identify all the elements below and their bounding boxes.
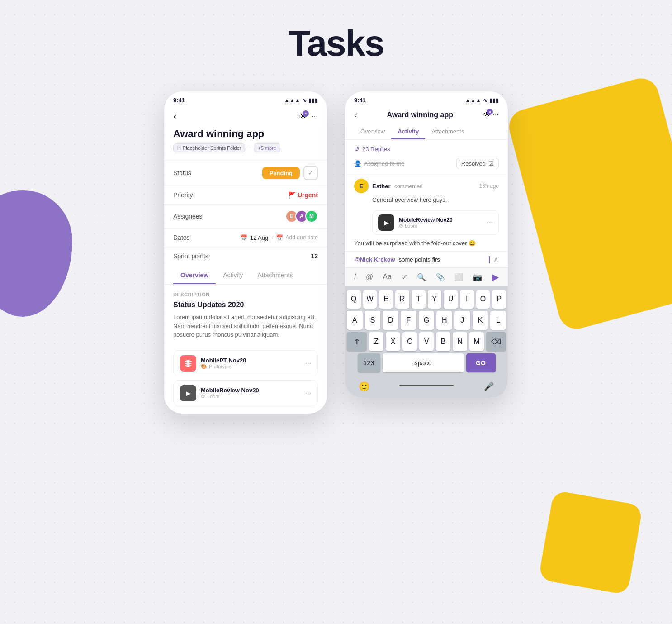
send-button[interactable]: ▶ xyxy=(492,272,499,282)
mic-button[interactable]: 🎤 xyxy=(481,378,497,395)
field-dates: Dates 📅 12 Aug - 📅 Add due date xyxy=(164,228,327,247)
toolbar-row: / @ Aa ✓ 🔍 📎 ⬜ 📷 ▶ xyxy=(345,267,508,286)
resolved-badge[interactable]: Resolved ☑ xyxy=(456,158,499,169)
key-U[interactable]: U xyxy=(444,290,458,309)
emoji-button[interactable]: 🙂 xyxy=(356,378,372,395)
menu-icon-2[interactable]: ··· xyxy=(493,111,499,119)
priority-value[interactable]: 🚩 Urgent xyxy=(288,191,318,199)
key-M[interactable]: M xyxy=(469,332,484,351)
esther-name: Esther xyxy=(372,183,390,190)
key-G[interactable]: G xyxy=(419,311,435,330)
key-F[interactable]: F xyxy=(401,311,416,330)
attachment-1-menu[interactable]: ··· xyxy=(305,359,311,367)
attachment-2-info: MobileReview Nov20 ⚙ Loom xyxy=(201,387,259,400)
key-go[interactable]: GO xyxy=(466,353,496,372)
search-icon[interactable]: 🔍 xyxy=(417,273,426,281)
at-icon[interactable]: @ xyxy=(366,273,373,281)
status-value: Pending ✓ xyxy=(262,166,318,180)
header-icons-2: 👁 4 ··· xyxy=(483,111,499,119)
key-E[interactable]: E xyxy=(379,290,393,309)
field-sprint: Sprint points 12 xyxy=(164,247,327,265)
key-N[interactable]: N xyxy=(453,332,467,351)
tab-activity-1[interactable]: Activity xyxy=(216,267,250,284)
attachment-1[interactable]: MobilePT Nov20 🎨 Prototype ··· xyxy=(173,350,318,376)
tab-activity-2[interactable]: Activity xyxy=(391,124,425,139)
eye-icon-wrap-1[interactable]: 👁 4 xyxy=(299,113,307,121)
key-X[interactable]: X xyxy=(386,332,400,351)
attach-icon[interactable]: 📎 xyxy=(436,273,445,281)
check-icon-resolved: ☑ xyxy=(488,160,494,167)
eye-badge-2: 4 xyxy=(487,109,493,115)
back-button-1[interactable]: ‹ xyxy=(173,111,176,123)
attachment-2-menu[interactable]: ··· xyxy=(305,389,311,397)
status-badge[interactable]: Pending xyxy=(262,167,300,179)
key-123[interactable]: 123 xyxy=(358,353,380,372)
dates-value[interactable]: 📅 12 Aug - 📅 Add due date xyxy=(240,234,318,241)
video-menu[interactable]: ··· xyxy=(487,219,493,227)
key-H[interactable]: H xyxy=(436,311,452,330)
key-W[interactable]: W xyxy=(363,290,377,309)
menu-icon-1[interactable]: ··· xyxy=(312,113,318,121)
key-L[interactable]: L xyxy=(490,311,506,330)
mention-text[interactable]: @Nick Krekow xyxy=(354,256,395,263)
field-assignees: Assignees E A M xyxy=(164,204,327,228)
check-icon[interactable]: ✓ xyxy=(402,273,407,281)
key-backspace[interactable]: ⌫ xyxy=(486,332,506,351)
eye-icon-wrap-2[interactable]: 👁 4 xyxy=(483,111,491,119)
key-B[interactable]: B xyxy=(436,332,450,351)
resolved-text: Resolved xyxy=(461,160,486,167)
attachment-2[interactable]: ▶ MobileReview Nov20 ⚙ Loom ··· xyxy=(173,380,318,406)
status-bar-2: 9:41 ▲▲▲ ∿ ▮▮▮ xyxy=(345,91,508,107)
assigned-text: Assigned to me xyxy=(364,160,405,167)
image-icon[interactable]: ⬜ xyxy=(454,273,464,281)
battery-icon: ▮▮▮ xyxy=(308,97,318,104)
slash-icon[interactable]: / xyxy=(354,273,356,281)
compose-input[interactable]: some points firs xyxy=(399,256,485,263)
key-Y[interactable]: Y xyxy=(428,290,442,309)
key-P[interactable]: P xyxy=(492,290,506,309)
description-section: Description Status Updates 2020 Lorem ip… xyxy=(164,285,327,347)
key-D[interactable]: D xyxy=(383,311,398,330)
key-V[interactable]: V xyxy=(419,332,434,351)
key-A[interactable]: A xyxy=(347,311,363,330)
phones-container: 9:41 ▲▲▲ ∿ ▮▮▮ ‹ 👁 4 ··· Award winning a… xyxy=(164,91,508,414)
check-button[interactable]: ✓ xyxy=(303,166,318,180)
camera-icon[interactable]: 📷 xyxy=(473,273,482,281)
compose-row: @Nick Krekow some points firs ∧ xyxy=(345,251,508,267)
video-card[interactable]: ▶ MobileReview Nov20 ⚙ Loom ··· xyxy=(372,210,499,235)
folder-tag[interactable]: in Placeholder Sprints Folder xyxy=(173,143,245,152)
tab-attachments-1[interactable]: Attachments xyxy=(251,267,300,284)
key-O[interactable]: O xyxy=(476,290,490,309)
back-button-2[interactable]: ‹ xyxy=(354,111,356,119)
tab-overview-2[interactable]: Overview xyxy=(354,124,391,139)
in-label: in xyxy=(177,146,181,151)
video-card-left: ▶ MobileReview Nov20 ⚙ Loom xyxy=(378,214,453,231)
battery-icon-2: ▮▮▮ xyxy=(489,97,499,104)
replies-row[interactable]: ↺ 23 Replies xyxy=(345,140,508,156)
key-R[interactable]: R xyxy=(395,290,409,309)
key-T[interactable]: T xyxy=(412,290,426,309)
key-space[interactable]: space xyxy=(383,353,464,372)
key-J[interactable]: J xyxy=(454,311,470,330)
key-S[interactable]: S xyxy=(365,311,381,330)
signal-icon-2: ▲▲▲ xyxy=(465,97,481,104)
key-Q[interactable]: Q xyxy=(347,290,361,309)
tab-attachments-2[interactable]: Attachments xyxy=(425,124,470,139)
key-shift[interactable]: ⇧ xyxy=(347,332,367,351)
comment-1-author: E Esther commented xyxy=(354,179,423,193)
key-K[interactable]: K xyxy=(473,311,488,330)
assignees-value[interactable]: E A M xyxy=(285,210,318,223)
attachment-2-name: MobileReview Nov20 xyxy=(201,387,259,394)
tab-overview-1[interactable]: Overview xyxy=(173,267,216,284)
more-tag[interactable]: +5 more xyxy=(254,143,280,152)
key-I[interactable]: I xyxy=(460,290,474,309)
sprint-value[interactable]: 12 xyxy=(311,252,318,260)
comment-1-meta: Esther commented xyxy=(372,182,423,190)
text-icon[interactable]: Aa xyxy=(383,273,392,281)
key-Z[interactable]: Z xyxy=(369,332,383,351)
due-date[interactable]: Add due date xyxy=(286,234,318,241)
collapse-button[interactable]: ∧ xyxy=(493,255,499,264)
play-button[interactable]: ▶ xyxy=(378,214,394,231)
home-bar xyxy=(399,385,454,386)
key-C[interactable]: C xyxy=(402,332,417,351)
